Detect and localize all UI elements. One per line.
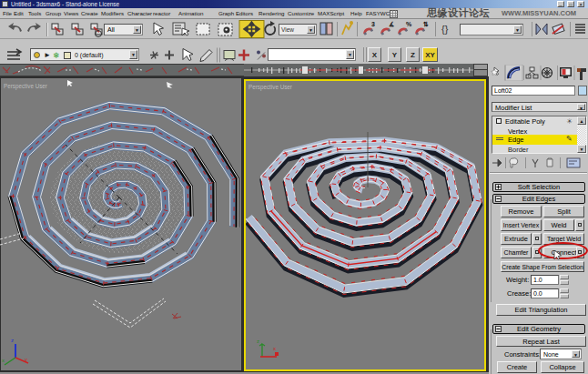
svg-text:∡: ∡ (389, 21, 394, 27)
svg-text:3: 3 (371, 21, 375, 27)
svg-text:x: x (273, 346, 276, 351)
svg-text:z: z (257, 339, 259, 344)
svg-text:%: % (406, 21, 412, 27)
svg-text:y: y (25, 357, 27, 362)
svg-text:{}: {} (441, 24, 449, 35)
svg-text:z: z (11, 338, 14, 343)
svg-text:⇅: ⇅ (422, 21, 429, 27)
svg-text:x: x (2, 358, 5, 363)
